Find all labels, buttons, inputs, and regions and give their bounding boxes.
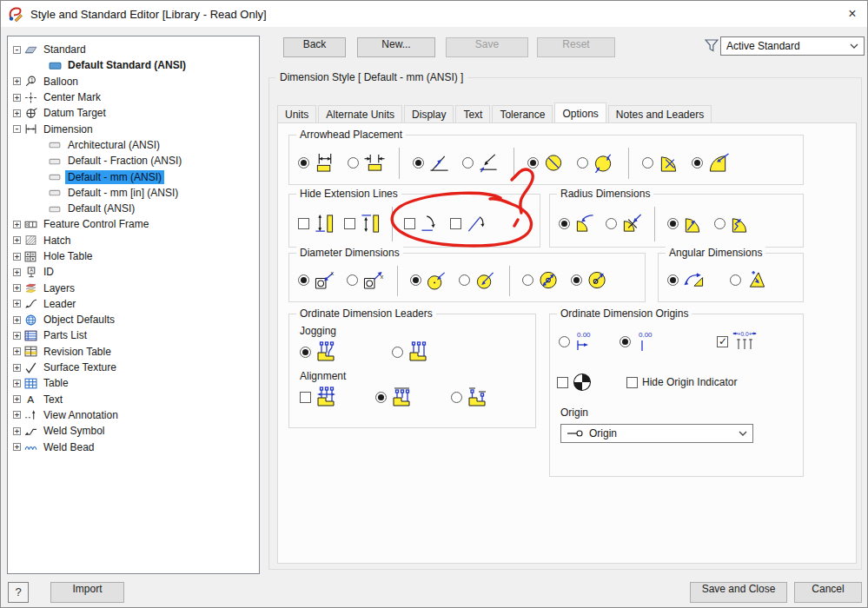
plus-expander-icon[interactable]: + [13, 268, 21, 276]
close-button[interactable]: × [838, 2, 867, 26]
plus-expander-icon[interactable]: + [13, 332, 21, 340]
active-standard-dropdown[interactable]: Active Standard [720, 36, 865, 56]
diameter-option-6[interactable] [571, 270, 609, 290]
tree-item[interactable]: Default (ANSI) [10, 201, 257, 216]
checkbox[interactable] [626, 377, 638, 388]
tree-item[interactable]: +Parts List [10, 327, 257, 343]
tree-item[interactable]: +Hatch [10, 233, 257, 248]
tree-item[interactable]: -Dimension [10, 121, 257, 136]
plus-expander-icon[interactable]: + [13, 94, 21, 102]
tree-item[interactable]: +AID [10, 264, 257, 280]
checkbox[interactable] [450, 218, 461, 229]
radius-option-4[interactable] [714, 214, 751, 234]
filter-icon[interactable] [705, 39, 719, 52]
origin-dropdown[interactable]: Origin [560, 424, 753, 443]
radius-option-1[interactable] [559, 214, 595, 234]
tree-item[interactable]: +Layers [10, 280, 257, 295]
origin-quadrant-option[interactable] [557, 372, 593, 393]
radio-button[interactable] [620, 336, 631, 347]
hide-ext-option-3[interactable] [404, 214, 441, 234]
plus-expander-icon[interactable]: + [13, 427, 21, 435]
radio-button[interactable] [347, 274, 358, 286]
radio-button[interactable] [522, 274, 533, 286]
checkbox[interactable] [344, 218, 355, 229]
plus-expander-icon[interactable]: + [13, 77, 21, 85]
tree-item[interactable]: +Revision Table [10, 344, 257, 360]
tree-item[interactable]: +Weld Bead [10, 439, 257, 454]
plus-expander-icon[interactable]: + [13, 364, 21, 372]
reset-button[interactable]: Reset [537, 37, 615, 57]
tree-item[interactable]: +Center Mark [10, 89, 257, 105]
tree-item[interactable]: +Surface Texture [10, 360, 257, 375]
tree-item[interactable]: +Hole Table [10, 248, 257, 264]
checkbox[interactable] [404, 218, 415, 229]
radio-button[interactable] [577, 157, 588, 169]
jogging-option-2[interactable] [392, 341, 430, 362]
checkbox[interactable] [557, 377, 568, 388]
radio-button[interactable] [298, 274, 309, 286]
arrowhead-angle-outside[interactable] [462, 153, 500, 173]
minus-expander-icon[interactable]: - [13, 125, 21, 133]
tree-item[interactable]: +Weld Symbol [10, 423, 257, 439]
cancel-button[interactable]: Cancel [794, 582, 862, 603]
import-button[interactable]: Import [50, 582, 124, 603]
radio-button[interactable] [298, 157, 309, 169]
diameter-option-1[interactable]: x [298, 270, 336, 290]
tree-item[interactable]: +Feature Control Frame [10, 216, 257, 232]
tree-item[interactable]: Default Standard (ANSI) [10, 57, 257, 73]
origin-option-2[interactable]: 0.00 [620, 330, 656, 353]
arrowhead-angle-inside[interactable] [413, 153, 451, 173]
plus-expander-icon[interactable]: + [13, 109, 21, 117]
checkbox[interactable] [300, 392, 311, 403]
arrowhead-radius-inside[interactable] [642, 153, 680, 173]
tab-notes-and-leaders[interactable]: Notes and Leaders [608, 105, 712, 122]
radio-button[interactable] [692, 157, 703, 169]
radio-button[interactable] [451, 392, 462, 403]
tree-item[interactable]: Architectural (ANSI) [10, 137, 257, 153]
tab-display[interactable]: Display [404, 105, 454, 122]
radio-button[interactable] [300, 347, 311, 358]
arrowhead-diameter-outside[interactable] [577, 153, 615, 173]
diameter-option-2[interactable]: x [347, 270, 385, 290]
diameter-option-5[interactable] [522, 270, 560, 290]
plus-expander-icon[interactable]: + [13, 221, 21, 228]
radio-button[interactable] [392, 347, 403, 358]
tree-item[interactable]: +Object Defaults [10, 312, 257, 327]
radio-button[interactable] [730, 274, 741, 286]
tree-item[interactable]: +Datum Target [10, 105, 257, 121]
plus-expander-icon[interactable]: + [13, 253, 21, 261]
radio-button[interactable] [606, 218, 617, 229]
hide-ext-option-1[interactable] [298, 214, 335, 234]
minus-expander-icon[interactable]: - [13, 46, 21, 54]
radio-button[interactable] [667, 274, 679, 286]
plus-expander-icon[interactable]: + [13, 380, 21, 387]
tree-item[interactable]: +1Balloon [10, 74, 257, 89]
checkbox[interactable] [298, 218, 309, 229]
radio-button[interactable] [413, 157, 424, 169]
alignment-option-2[interactable] [375, 387, 414, 407]
radio-button[interactable] [375, 392, 387, 403]
arrowhead-option-outside[interactable] [348, 153, 386, 173]
radius-option-3[interactable] [667, 214, 704, 234]
radio-button[interactable] [571, 274, 582, 286]
radio-button[interactable] [714, 218, 726, 229]
radio-button[interactable] [527, 157, 539, 169]
tree-item[interactable]: +Leader [10, 296, 257, 312]
angular-option-2[interactable] [730, 270, 768, 290]
radio-button[interactable] [642, 157, 653, 169]
diameter-option-4[interactable] [459, 270, 497, 290]
tab-tolerance[interactable]: Tolerance [492, 105, 553, 122]
tree-item[interactable]: Default - Fraction (ANSI) [10, 153, 257, 169]
plus-expander-icon[interactable]: + [13, 284, 21, 292]
back-button[interactable]: Back [283, 37, 346, 57]
radio-button[interactable] [348, 157, 359, 169]
radius-option-2[interactable] [606, 214, 642, 234]
tab-text[interactable]: Text [455, 105, 490, 122]
checkbox[interactable] [717, 336, 728, 347]
tree-item[interactable]: Default - mm (ANSI) [10, 169, 257, 184]
hide-origin-indicator-option[interactable]: Hide Origin Indicator [626, 376, 737, 388]
radio-button[interactable] [559, 336, 570, 347]
tab-options[interactable]: Options [554, 102, 606, 122]
arrowhead-radius-outside[interactable] [692, 153, 730, 173]
plus-expander-icon[interactable]: + [13, 236, 21, 244]
